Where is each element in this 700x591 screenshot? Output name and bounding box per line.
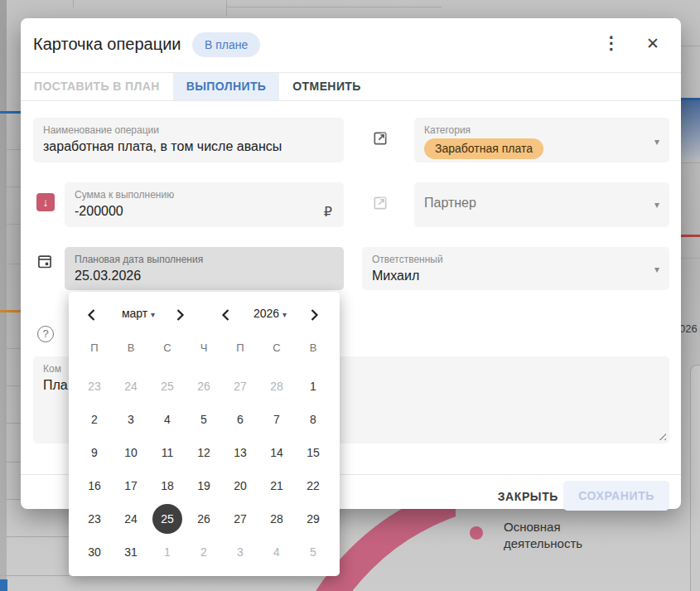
calendar-day-grid: 2324252627281234567891011121314151617181… — [76, 370, 331, 569]
calendar-day[interactable]: 4 — [152, 404, 182, 434]
calendar-day[interactable]: 23 — [80, 504, 109, 534]
calendar-day[interactable]: 23 — [80, 371, 109, 401]
calendar-day[interactable]: 25 — [152, 371, 182, 401]
calendar-day[interactable]: 6 — [225, 404, 255, 434]
calendar-day[interactable]: 26 — [189, 504, 219, 534]
calendar-day[interactable]: 28 — [262, 504, 292, 534]
month-select[interactable]: март ▾ — [112, 307, 165, 320]
background-left-strip — [0, 0, 7, 591]
calendar-day[interactable]: 2 — [80, 404, 109, 434]
calendar-day[interactable]: 16 — [80, 471, 109, 501]
tab-cancel[interactable]: ОТМЕНИТЬ — [279, 73, 374, 100]
calendar-day[interactable]: 24 — [116, 504, 146, 534]
background-blue-bar — [681, 98, 700, 160]
background-panel-corner — [690, 365, 700, 591]
year-select[interactable]: 2026 ▾ — [243, 307, 297, 320]
chevron-down-icon[interactable]: ▾ — [654, 199, 659, 211]
background-grid-line — [73, 0, 74, 7]
close-button[interactable]: ЗАКРЫТЬ — [498, 484, 558, 509]
calendar-day[interactable]: 15 — [298, 438, 328, 467]
planned-date-field[interactable]: Плановая дата выполнения 25.03.2026 — [65, 247, 344, 290]
calendar-day[interactable]: 4 — [262, 537, 292, 567]
calendar-day[interactable]: 26 — [189, 371, 219, 401]
calendar-day[interactable]: 12 — [189, 438, 219, 467]
next-year-icon[interactable] — [304, 305, 324, 325]
calendar-day[interactable]: 1 — [152, 537, 182, 567]
legend-dot — [470, 526, 483, 540]
calendar-day[interactable]: 13 — [225, 438, 255, 467]
close-icon[interactable]: ✕ — [643, 34, 663, 57]
category-label: Категория — [424, 124, 471, 136]
previous-month-icon[interactable] — [82, 305, 102, 325]
calendar-day[interactable]: 24 — [116, 371, 146, 401]
planned-date-value: 25.03.2026 — [75, 269, 141, 283]
resize-handle[interactable] — [658, 432, 666, 440]
calendar-day[interactable]: 8 — [298, 404, 328, 434]
calendar-day[interactable]: 3 — [116, 404, 146, 434]
background-row-line — [681, 46, 700, 46]
open-category-external-link-icon[interactable] — [372, 130, 389, 147]
comment-value: Пла — [43, 378, 68, 393]
legend-label: Основная деятельность — [504, 519, 620, 552]
calendar-day[interactable]: 1 — [298, 371, 328, 401]
weekday-label: П — [222, 342, 258, 358]
partner-field[interactable]: Партнер ▾ — [414, 182, 669, 227]
calendar-day[interactable]: 10 — [116, 438, 146, 467]
background-row-line — [7, 536, 69, 537]
calendar-day[interactable]: 29 — [298, 504, 328, 534]
calendar-day[interactable]: 19 — [189, 471, 219, 501]
calendar-day[interactable]: 22 — [298, 471, 328, 501]
weekday-label: Ч — [186, 342, 222, 358]
calendar-day[interactable]: 27 — [225, 371, 255, 401]
tab-put-in-plan[interactable]: ПОСТАВИТЬ В ПЛАН — [21, 73, 173, 100]
calendar-day-selected[interactable]: 25 — [152, 504, 182, 534]
help-icon[interactable]: ? — [37, 326, 54, 342]
calendar-day[interactable]: 7 — [262, 404, 292, 434]
calendar-day[interactable]: 5 — [298, 537, 328, 567]
weekday-label: С — [258, 342, 295, 358]
background-grid-line — [226, 0, 227, 17]
operation-name-field[interactable]: Наименование операции заработная плата, … — [33, 118, 344, 162]
responsible-field[interactable]: Ответственный Михаил ▾ — [362, 247, 669, 290]
background-row-line — [7, 264, 21, 264]
responsible-label: Ответственный — [372, 254, 443, 265]
calendar-day[interactable]: 17 — [116, 471, 146, 501]
background-row-line — [7, 149, 21, 150]
calendar-day[interactable]: 11 — [152, 438, 182, 467]
weekday-label: С — [149, 342, 186, 358]
chevron-down-icon[interactable]: ▾ — [654, 136, 659, 148]
calendar-day[interactable]: 31 — [116, 537, 146, 567]
calendar-day[interactable]: 27 — [225, 504, 255, 534]
category-field[interactable]: Категория Заработная плата ▾ — [414, 118, 669, 162]
operation-name-label: Наименование операции — [43, 124, 159, 136]
calendar-day[interactable]: 18 — [152, 471, 182, 501]
status-badge: В плане — [192, 32, 260, 57]
calendar-day[interactable]: 20 — [225, 471, 255, 501]
kebab-menu-icon[interactable]: ⋮ — [601, 33, 621, 56]
calendar-day[interactable]: 2 — [189, 537, 219, 567]
amount-field[interactable]: Сумма к выполнению -200000 ₽ — [65, 182, 344, 227]
background-grid-line — [226, 7, 442, 7]
background-axis-year-label: 026 — [679, 322, 700, 335]
calendar-day[interactable]: 21 — [262, 471, 292, 501]
calendar-day[interactable]: 5 — [189, 404, 219, 434]
category-chip[interactable]: Заработная плата — [424, 138, 543, 159]
background-row-line — [7, 385, 21, 386]
chevron-down-icon[interactable]: ▾ — [654, 264, 659, 275]
amount-value: -200000 — [75, 204, 123, 219]
calendar-day[interactable]: 3 — [225, 537, 255, 567]
calendar-day[interactable]: 14 — [262, 438, 292, 467]
calendar-day[interactable]: 28 — [262, 371, 292, 401]
chevron-down-icon: ▾ — [151, 310, 155, 319]
weekday-row: ПВСЧПСВ — [76, 342, 331, 358]
save-button[interactable]: СОХРАНИТЬ — [563, 481, 669, 511]
previous-year-icon[interactable] — [216, 305, 236, 325]
tab-execute[interactable]: ВЫПОЛНИТЬ — [173, 73, 280, 100]
chevron-down-icon: ▾ — [282, 310, 287, 319]
calendar-day[interactable]: 30 — [80, 537, 109, 567]
weekday-label: В — [295, 342, 331, 358]
background-row-line — [7, 423, 21, 424]
calendar-day[interactable]: 9 — [80, 438, 109, 467]
open-partner-external-link-icon[interactable] — [372, 195, 389, 211]
next-month-icon[interactable] — [170, 305, 190, 325]
